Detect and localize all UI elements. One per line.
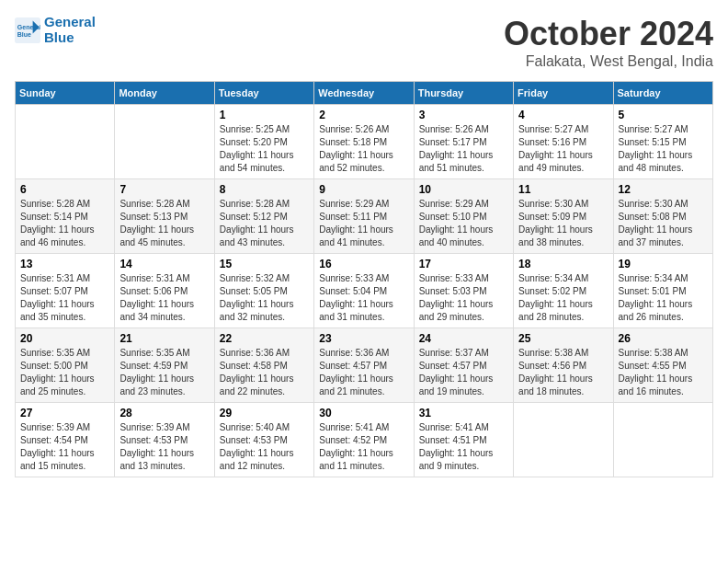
calendar-week-row: 27Sunrise: 5:39 AMSunset: 4:54 PMDayligh… xyxy=(16,403,713,477)
month-title: October 2024 xyxy=(504,15,713,53)
day-number: 29 xyxy=(220,407,309,419)
calendar-week-row: 13Sunrise: 5:31 AMSunset: 5:07 PMDayligh… xyxy=(16,254,713,328)
day-number: 31 xyxy=(419,407,508,419)
calendar-cell: 16Sunrise: 5:33 AMSunset: 5:04 PMDayligh… xyxy=(314,254,414,328)
cell-info: Sunrise: 5:31 AMSunset: 5:07 PMDaylight:… xyxy=(20,272,109,324)
calendar-cell: 15Sunrise: 5:32 AMSunset: 5:05 PMDayligh… xyxy=(214,254,313,328)
logo-line1: General xyxy=(44,15,96,30)
day-number: 25 xyxy=(518,332,608,345)
calendar-cell: 20Sunrise: 5:35 AMSunset: 5:00 PMDayligh… xyxy=(16,328,115,403)
svg-text:Blue: Blue xyxy=(17,31,31,38)
day-number: 14 xyxy=(119,258,209,270)
cell-info: Sunrise: 5:29 AMSunset: 5:10 PMDaylight:… xyxy=(419,198,508,249)
weekday-header-thursday: Thursday xyxy=(414,82,513,105)
cell-info: Sunrise: 5:31 AMSunset: 5:06 PMDaylight:… xyxy=(119,272,209,324)
day-number: 12 xyxy=(619,183,708,196)
calendar-cell: 25Sunrise: 5:38 AMSunset: 4:56 PMDayligh… xyxy=(514,328,613,403)
day-number: 7 xyxy=(119,183,209,196)
logo-line2: Blue xyxy=(44,30,96,46)
calendar-cell: 19Sunrise: 5:34 AMSunset: 5:01 PMDayligh… xyxy=(613,254,712,328)
weekday-header-tuesday: Tuesday xyxy=(214,82,313,105)
calendar-cell: 8Sunrise: 5:28 AMSunset: 5:12 PMDaylight… xyxy=(214,179,313,254)
cell-info: Sunrise: 5:26 AMSunset: 5:17 PMDaylight:… xyxy=(419,123,508,175)
cell-info: Sunrise: 5:27 AMSunset: 5:15 PMDaylight:… xyxy=(619,123,708,175)
calendar-cell: 5Sunrise: 5:27 AMSunset: 5:15 PMDaylight… xyxy=(613,105,712,179)
day-number: 4 xyxy=(518,109,608,121)
cell-info: Sunrise: 5:28 AMSunset: 5:13 PMDaylight:… xyxy=(119,198,209,249)
day-number: 13 xyxy=(20,258,109,270)
calendar-cell: 6Sunrise: 5:28 AMSunset: 5:14 PMDaylight… xyxy=(16,179,115,254)
day-number: 21 xyxy=(119,332,209,345)
calendar-cell: 27Sunrise: 5:39 AMSunset: 4:54 PMDayligh… xyxy=(16,403,115,477)
day-number: 27 xyxy=(20,407,109,419)
day-number: 26 xyxy=(619,332,708,345)
calendar-cell: 31Sunrise: 5:41 AMSunset: 4:51 PMDayligh… xyxy=(414,403,513,477)
day-number: 24 xyxy=(419,332,508,345)
calendar-cell: 30Sunrise: 5:41 AMSunset: 4:52 PMDayligh… xyxy=(314,403,414,477)
cell-info: Sunrise: 5:28 AMSunset: 5:12 PMDaylight:… xyxy=(220,198,309,249)
cell-info: Sunrise: 5:35 AMSunset: 5:00 PMDaylight:… xyxy=(20,347,109,398)
cell-info: Sunrise: 5:26 AMSunset: 5:18 PMDaylight:… xyxy=(319,123,408,175)
logo: General Blue General Blue xyxy=(15,15,96,45)
cell-info: Sunrise: 5:36 AMSunset: 4:58 PMDaylight:… xyxy=(220,347,309,398)
day-number: 22 xyxy=(220,332,309,345)
cell-info: Sunrise: 5:34 AMSunset: 5:01 PMDaylight:… xyxy=(619,272,708,324)
calendar-cell: 10Sunrise: 5:29 AMSunset: 5:10 PMDayligh… xyxy=(414,179,513,254)
cell-info: Sunrise: 5:38 AMSunset: 4:55 PMDaylight:… xyxy=(619,347,708,398)
day-number: 15 xyxy=(220,258,309,270)
cell-info: Sunrise: 5:34 AMSunset: 5:02 PMDaylight:… xyxy=(518,272,608,324)
cell-info: Sunrise: 5:33 AMSunset: 5:03 PMDaylight:… xyxy=(419,272,508,324)
cell-info: Sunrise: 5:40 AMSunset: 4:53 PMDaylight:… xyxy=(220,421,309,473)
cell-info: Sunrise: 5:36 AMSunset: 4:57 PMDaylight:… xyxy=(319,347,408,398)
cell-info: Sunrise: 5:41 AMSunset: 4:51 PMDaylight:… xyxy=(419,421,508,473)
day-number: 16 xyxy=(319,258,408,270)
cell-info: Sunrise: 5:27 AMSunset: 5:16 PMDaylight:… xyxy=(518,123,608,175)
cell-info: Sunrise: 5:25 AMSunset: 5:20 PMDaylight:… xyxy=(220,123,309,175)
day-number: 20 xyxy=(20,332,109,345)
calendar-cell xyxy=(115,105,214,179)
day-number: 17 xyxy=(419,258,508,270)
calendar-cell: 17Sunrise: 5:33 AMSunset: 5:03 PMDayligh… xyxy=(414,254,513,328)
cell-info: Sunrise: 5:30 AMSunset: 5:08 PMDaylight:… xyxy=(619,198,708,249)
location: Falakata, West Bengal, India xyxy=(504,53,713,70)
cell-info: Sunrise: 5:33 AMSunset: 5:04 PMDaylight:… xyxy=(319,272,408,324)
day-number: 19 xyxy=(619,258,708,270)
day-number: 30 xyxy=(319,407,408,419)
calendar-cell: 3Sunrise: 5:26 AMSunset: 5:17 PMDaylight… xyxy=(414,105,513,179)
day-number: 9 xyxy=(319,183,408,196)
weekday-header-friday: Friday xyxy=(514,82,613,105)
cell-info: Sunrise: 5:38 AMSunset: 4:56 PMDaylight:… xyxy=(518,347,608,398)
svg-rect-0 xyxy=(15,17,40,43)
cell-info: Sunrise: 5:39 AMSunset: 4:54 PMDaylight:… xyxy=(20,421,109,473)
calendar-cell xyxy=(613,403,712,477)
calendar-cell: 29Sunrise: 5:40 AMSunset: 4:53 PMDayligh… xyxy=(214,403,313,477)
calendar-cell: 1Sunrise: 5:25 AMSunset: 5:20 PMDaylight… xyxy=(214,105,313,179)
day-number: 11 xyxy=(518,183,608,196)
calendar-cell: 9Sunrise: 5:29 AMSunset: 5:11 PMDaylight… xyxy=(314,179,414,254)
calendar-table: SundayMondayTuesdayWednesdayThursdayFrid… xyxy=(15,81,713,477)
cell-info: Sunrise: 5:32 AMSunset: 5:05 PMDaylight:… xyxy=(220,272,309,324)
cell-info: Sunrise: 5:41 AMSunset: 4:52 PMDaylight:… xyxy=(319,421,408,473)
day-number: 3 xyxy=(419,109,508,121)
cell-info: Sunrise: 5:28 AMSunset: 5:14 PMDaylight:… xyxy=(20,198,109,249)
weekday-header-monday: Monday xyxy=(115,82,214,105)
day-number: 2 xyxy=(319,109,408,121)
weekday-header-row: SundayMondayTuesdayWednesdayThursdayFrid… xyxy=(16,82,713,105)
logo-icon: General Blue xyxy=(15,17,40,43)
calendar-cell: 28Sunrise: 5:39 AMSunset: 4:53 PMDayligh… xyxy=(115,403,214,477)
cell-info: Sunrise: 5:30 AMSunset: 5:09 PMDaylight:… xyxy=(518,198,608,249)
calendar-cell: 2Sunrise: 5:26 AMSunset: 5:18 PMDaylight… xyxy=(314,105,414,179)
calendar-week-row: 1Sunrise: 5:25 AMSunset: 5:20 PMDaylight… xyxy=(16,105,713,179)
weekday-header-saturday: Saturday xyxy=(613,82,712,105)
title-block: October 2024 Falakata, West Bengal, Indi… xyxy=(504,15,713,70)
cell-info: Sunrise: 5:29 AMSunset: 5:11 PMDaylight:… xyxy=(319,198,408,249)
calendar-cell xyxy=(16,105,115,179)
cell-info: Sunrise: 5:35 AMSunset: 4:59 PMDaylight:… xyxy=(119,347,209,398)
day-number: 10 xyxy=(419,183,508,196)
calendar-cell: 22Sunrise: 5:36 AMSunset: 4:58 PMDayligh… xyxy=(214,328,313,403)
calendar-cell xyxy=(514,403,613,477)
cell-info: Sunrise: 5:37 AMSunset: 4:57 PMDaylight:… xyxy=(419,347,508,398)
page-header: General Blue General Blue October 2024 F… xyxy=(15,15,713,70)
calendar-week-row: 20Sunrise: 5:35 AMSunset: 5:00 PMDayligh… xyxy=(16,328,713,403)
weekday-header-sunday: Sunday xyxy=(16,82,115,105)
